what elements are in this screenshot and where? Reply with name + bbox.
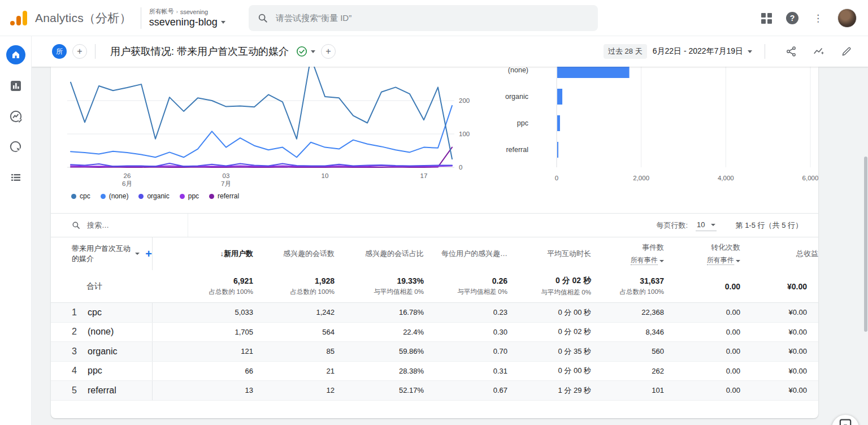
cell-engaged-sessions: 21 [253,367,335,375]
events-filter-dropdown[interactable]: 所有事件 [631,255,664,265]
table-totals-row: 合计 6,921占总数的 100% 1,928占总数的 100% 19.33%与… [51,270,818,303]
conversions-filter-dropdown[interactable]: 所有事件 [707,255,740,265]
cell-conversions: 0.00 [664,308,740,316]
cell-engagement-rate: 28.38% [335,367,424,375]
user-avatar[interactable] [837,8,857,28]
edit-pencil-icon[interactable] [841,46,852,57]
cell-engaged-sessions: 12 [253,386,335,394]
nav-reports[interactable] [7,77,25,95]
row-number: 4 [72,366,88,376]
svg-text:ppc: ppc [517,119,528,127]
table-toolbar: 搜索… 每页行数: 10 第 1-5 行（共 5 行） [51,214,818,237]
column-header-engaged-sessions[interactable]: 感兴趣的会话数 [253,249,335,259]
bar-chart-icon [9,79,23,93]
medium-value: referral [88,385,116,396]
cell-events: 22,368 [591,308,664,316]
global-search-input[interactable]: 请尝试搜索“衡量 ID” [249,5,598,31]
cell-revenue: ¥0.00 [740,328,818,336]
column-header-new-users[interactable]: ↓新用户数 [153,249,253,259]
chevron-down-icon [659,260,664,262]
svg-text:7月: 7月 [221,180,231,187]
analytics-logo-icon[interactable] [10,11,27,25]
chevron-down-icon[interactable] [311,50,315,53]
cell-avg-time: 1 分 29 秒 [507,385,591,396]
nav-home[interactable] [6,45,25,64]
legend-dot [209,194,214,199]
column-header-events[interactable]: 事件数 所有事件 [591,242,664,265]
cell-revenue: ¥0.00 [740,347,818,355]
report-content: 0100200266月037月101702,0004,0006,000(none… [32,67,868,425]
cell-conversions: 0.00 [664,328,740,336]
chevron-down-icon [711,224,715,226]
cell-events: 262 [591,367,664,375]
cell-engagement-rate: 59.86% [335,347,424,355]
table-row[interactable]: 4ppc 66 21 28.38% 0.31 0 分 00 秒 262 0.00… [51,362,818,381]
collection-badge[interactable]: 所 [52,44,67,59]
cell-engaged-sessions: 564 [253,328,335,336]
help-icon[interactable]: ? [786,12,798,24]
legend-item[interactable]: (none) [101,192,129,200]
legend-item[interactable]: ppc [180,192,199,200]
cell-engaged-sessions: 85 [253,347,335,355]
cell-conversions: 0.00 [664,386,740,394]
chevron-down-icon [135,253,140,255]
row-number: 2 [72,327,88,337]
svg-text:03: 03 [223,172,230,179]
cell-events: 8,346 [591,328,664,336]
cell-revenue: ¥0.00 [740,308,818,316]
rows-per-page-select[interactable]: 10 [696,219,716,231]
insights-icon[interactable] [813,45,825,58]
cell-engaged-sessions: 1,242 [253,308,335,316]
svg-text:6,000: 6,000 [802,175,818,181]
add-comparison-button[interactable]: + [321,44,336,59]
report-header: 所 + 用户获取情况: 带来用户首次互动的媒介 + 过去 28 天 6月22日 … [32,36,868,67]
column-header-engagement-rate[interactable]: 感兴趣的会话占比 [335,249,424,259]
advertising-icon [8,140,23,154]
nav-advertising[interactable] [7,138,25,156]
column-header-per-user[interactable]: 每位用户的感兴趣… [424,249,507,259]
date-range-selector[interactable]: 6月22日 - 2022年7月19日 [653,46,752,57]
svg-text:2,000: 2,000 [633,175,649,181]
more-menu-icon[interactable]: ⋮ [813,14,823,23]
nav-explore[interactable] [7,107,25,125]
add-dimension-button[interactable]: + [145,248,152,259]
vertical-scrollbar[interactable] [864,157,867,332]
apps-grid-icon[interactable] [761,13,771,23]
legend-item[interactable]: referral [209,192,239,200]
share-icon[interactable] [785,46,797,57]
cell-per-user: 0.67 [424,386,507,394]
divider [95,44,96,59]
report-title: 用户获取情况: 带来用户首次互动的媒介 [110,45,289,58]
cell-engagement-rate: 22.4% [335,328,424,336]
column-header-revenue[interactable]: 总收益 [740,249,818,259]
cell-engagement-rate: 52.17% [335,386,424,394]
add-collection-button[interactable]: + [72,44,87,59]
column-header-avg-time[interactable]: 平均互动时长 [507,249,591,259]
table-search-input[interactable]: 搜索… [51,214,188,237]
cell-per-user: 0.31 [424,367,507,375]
divider [141,7,141,29]
legend-item[interactable]: organic [138,192,169,200]
report-card: 0100200266月037月101702,0004,0006,000(none… [51,67,818,418]
nav-library[interactable] [7,168,25,187]
table-row[interactable]: 2(none) 1,705 564 22.4% 0.30 0 分 02 秒 8,… [51,323,818,342]
window-dock-icon [839,418,852,425]
table-row[interactable]: 1cpc 5,033 1,242 16.78% 0.23 0 分 00 秒 22… [51,303,818,323]
cell-new-users: 66 [153,367,253,375]
ga4-app: Analytics（分析） 所有帐号 › ssevening ssevening… [0,0,868,425]
cell-avg-time: 0 分 02 秒 [507,327,591,337]
column-header-conversions[interactable]: 转化次数 所有事件 [664,242,740,265]
search-placeholder: 请尝试搜索“衡量 ID” [276,13,351,24]
legend-item[interactable]: cpc [71,192,90,200]
row-number: 1 [72,307,88,318]
svg-text:200: 200 [459,97,470,104]
data-quality-icon[interactable] [296,45,308,58]
row-number: 3 [72,346,88,357]
dimension-header[interactable]: 带来用户首次互动的媒介 + [51,237,153,270]
account-switcher[interactable]: 所有帐号 › ssevening ssevening-blog [149,7,225,28]
table-row[interactable]: 3organic 121 85 59.86% 0.70 0 分 35 秒 560… [51,342,818,362]
line-and-bar-charts[interactable]: 0100200266月037月101702,0004,0006,000(none… [51,67,818,214]
table-row[interactable]: 5referral 13 12 52.17% 0.67 1 分 29 秒 101… [51,381,818,401]
pagination-status: 第 1-5 行（共 5 行） [736,220,802,231]
legend-dot [101,194,106,199]
